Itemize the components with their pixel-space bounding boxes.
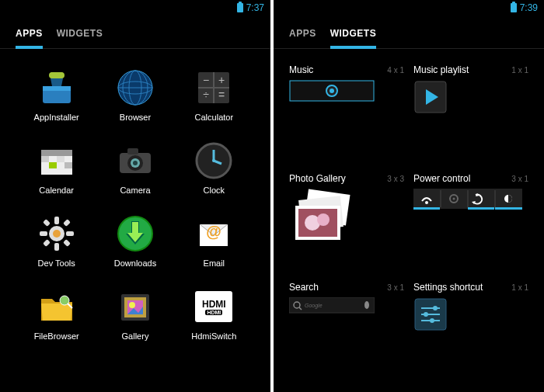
svg-rect-39 (63, 239, 71, 247)
app-label: Calendar (39, 186, 74, 195)
svg-point-83 (433, 306, 438, 310)
app-appinstaller[interactable]: AppInstaller (26, 68, 86, 122)
app-label: FileBrowser (34, 331, 79, 341)
app-browser[interactable]: Browser (105, 68, 165, 122)
app-label: Gallery (122, 331, 149, 341)
clock-icon (194, 140, 234, 181)
settings-shortcut-preview (413, 297, 528, 375)
app-hdmiswitch[interactable]: HDMI HDMI HdmiSwitch (184, 286, 244, 341)
app-filebrowser[interactable]: FileBrowser (26, 286, 86, 341)
svg-point-85 (424, 312, 428, 317)
widget-name: Power control (413, 173, 470, 184)
widget-search[interactable]: Search 3 x 1 Google (289, 282, 404, 375)
svg-text:Google: Google (305, 303, 323, 309)
screen-widgets: 7:39 APPS WIDGETS Music 4 x 1 Music play… (274, 0, 544, 392)
widgets-grid: Music 4 x 1 Music playlist 1 x 1 (274, 49, 544, 390)
svg-text:÷: ÷ (203, 88, 209, 101)
widget-power-control[interactable]: Power control 3 x 1 (413, 173, 528, 266)
svg-point-66 (425, 201, 428, 204)
svg-rect-46 (132, 222, 138, 233)
app-label: Calculator (195, 113, 234, 122)
app-calendar[interactable]: Calendar (26, 140, 86, 195)
app-label: Downloads (114, 258, 156, 268)
browser-icon (115, 68, 155, 108)
svg-rect-22 (57, 156, 65, 162)
svg-rect-25 (127, 148, 138, 154)
app-camera[interactable]: Camera (105, 140, 165, 195)
svg-rect-35 (54, 243, 59, 251)
widget-settings-shortcut[interactable]: Settings shortcut 1 x 1 (413, 282, 528, 375)
svg-rect-76 (289, 297, 375, 313)
svg-point-87 (430, 318, 434, 323)
app-label: Clock (204, 186, 225, 195)
svg-rect-41 (43, 239, 51, 247)
clock-text: 7:37 (246, 2, 264, 13)
widget-name: Music (289, 64, 313, 75)
screen-apps: 7:37 APPS WIDGETS AppInstaller (0, 0, 270, 392)
widget-dim: 3 x 1 (387, 283, 404, 292)
svg-rect-20 (41, 156, 49, 162)
app-downloads[interactable]: Downloads (105, 213, 165, 268)
widget-name: Search (289, 282, 319, 293)
battery-icon (511, 3, 517, 12)
tab-apps[interactable]: APPS (289, 28, 316, 48)
svg-point-32 (212, 159, 215, 162)
app-label: Camera (120, 186, 150, 195)
svg-text:=: = (218, 88, 225, 101)
widget-music-playlist[interactable]: Music playlist 1 x 1 (413, 64, 528, 158)
svg-point-54 (129, 302, 135, 308)
tab-widgets[interactable]: WIDGETS (57, 28, 103, 48)
app-label: Browser (120, 113, 151, 122)
status-bar: 7:37 (0, 0, 270, 16)
svg-rect-19 (41, 150, 72, 156)
email-icon: @ (194, 213, 234, 254)
tab-apps[interactable]: APPS (16, 28, 43, 48)
tabs: APPS WIDGETS (274, 16, 544, 49)
svg-rect-23 (65, 162, 72, 168)
app-gallery[interactable]: Gallery (105, 286, 165, 341)
widget-dim: 3 x 3 (387, 175, 404, 183)
svg-text:+: + (218, 74, 225, 86)
widget-dim: 1 x 1 (511, 66, 528, 75)
status-bar: 7:39 (274, 0, 544, 16)
camera-icon (115, 140, 155, 181)
apps-grid: AppInstaller Browser (0, 49, 270, 392)
gallery-icon (115, 286, 155, 327)
svg-text:−: − (203, 74, 209, 86)
search-widget-preview: Google (289, 297, 404, 375)
app-email[interactable]: @ Email (184, 213, 244, 268)
svg-rect-4 (50, 72, 64, 78)
svg-point-69 (453, 198, 455, 200)
svg-rect-70 (468, 207, 494, 210)
app-clock[interactable]: Clock (184, 140, 244, 195)
tabs: APPS WIDGETS (0, 16, 270, 49)
app-calculator[interactable]: − + ÷ = Calculator (184, 68, 244, 122)
widget-dim: 1 x 1 (511, 283, 528, 292)
music-widget-preview (289, 80, 404, 158)
svg-rect-37 (66, 231, 74, 236)
svg-rect-34 (54, 217, 59, 224)
battery-icon (237, 3, 243, 12)
widget-name: Settings shortcut (413, 282, 483, 293)
filebrowser-icon (37, 286, 77, 327)
svg-point-64 (317, 213, 330, 226)
hdmi-icon: HDMI HDMI (194, 286, 234, 327)
svg-rect-40 (63, 219, 71, 227)
svg-rect-67 (413, 207, 440, 210)
widget-name: Music playlist (413, 64, 469, 75)
tab-widgets[interactable]: WIDGETS (330, 28, 377, 48)
widget-music[interactable]: Music 4 x 1 (289, 64, 404, 158)
widget-name: Photo Gallery (289, 173, 346, 184)
calendar-icon (37, 140, 77, 181)
widget-photo-gallery[interactable]: Photo Gallery 3 x 3 (289, 173, 404, 266)
svg-rect-36 (40, 231, 47, 236)
svg-point-28 (133, 161, 138, 165)
photo-gallery-preview (289, 189, 404, 266)
calculator-icon: − + ÷ = (194, 68, 234, 108)
power-control-preview (413, 189, 528, 266)
svg-point-57 (330, 88, 334, 93)
svg-rect-21 (49, 162, 57, 168)
devtools-icon (37, 213, 77, 254)
app-label: Email (204, 258, 225, 268)
app-devtools[interactable]: Dev Tools (26, 213, 86, 268)
